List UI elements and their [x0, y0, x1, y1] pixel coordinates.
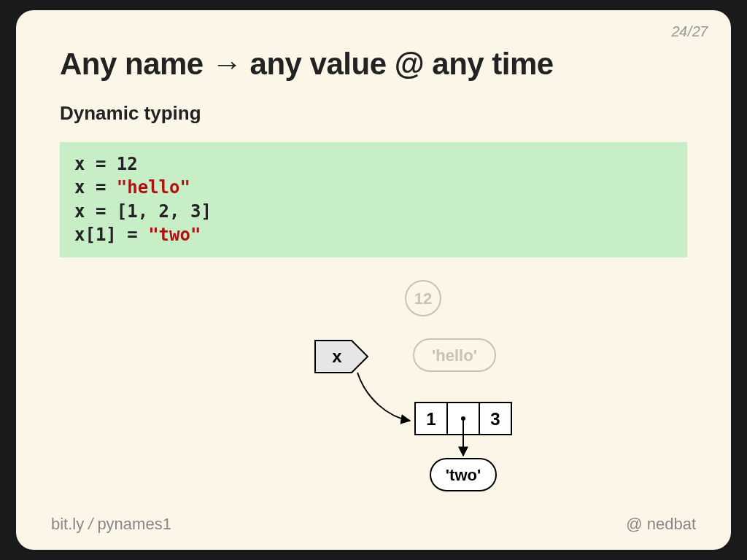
value-12: 12: [414, 289, 432, 308]
slide-subtitle: Dynamic typing: [60, 102, 687, 125]
pager-current: 24: [671, 23, 686, 39]
arrow-x-to-list: [357, 373, 410, 421]
list-item-2: 3: [490, 409, 500, 429]
slide-title: Any name → any value @ any time: [60, 47, 687, 82]
pager-sep: /: [688, 23, 692, 39]
pager-total: 27: [692, 23, 708, 39]
diagram: 12 'hello' x 1 3 'two': [60, 275, 687, 508]
code-block: x = 12 x = "hello" x = [1, 2, 3] x[1] = …: [60, 142, 687, 257]
footer-shortlink: bit.ly/pynames1: [51, 515, 171, 534]
footer-handle: @ nedbat: [626, 515, 696, 534]
slide-pager: 24/27: [671, 23, 708, 40]
list-item-0: 1: [426, 409, 436, 429]
list-item-1-ref-dot: [461, 416, 465, 421]
name-x: x: [332, 346, 342, 366]
value-two: 'two': [446, 466, 481, 484]
slide: 24/27 Any name → any value @ any time Dy…: [16, 10, 731, 550]
slide-footer: bit.ly/pynames1 @ nedbat: [51, 515, 696, 534]
value-hello: 'hello': [432, 346, 477, 365]
